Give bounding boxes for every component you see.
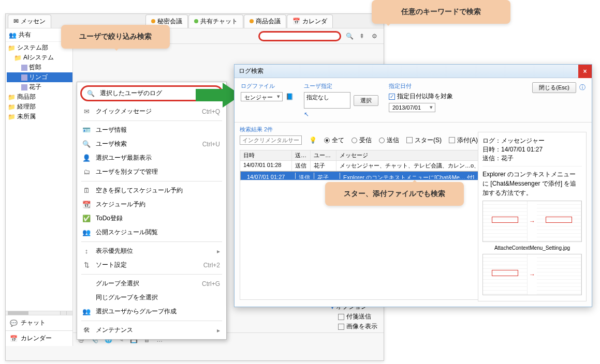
card-icon: 🪪 <box>82 126 91 134</box>
search-input[interactable] <box>258 31 341 41</box>
date-select[interactable]: 2013/07/01 <box>389 103 435 112</box>
menu-user-search[interactable]: 🔍ユーザ検索Ctrl+U <box>77 137 226 151</box>
menu-make-group[interactable]: 👥選択ユーザからグループ作成 <box>77 305 226 318</box>
logfile-select[interactable]: センジャー <box>241 92 283 101</box>
menu-label: クイックメッセージ <box>96 107 197 116</box>
calendar-icon: 📅 <box>292 18 300 25</box>
menu-recent[interactable]: 👤選択ユーザ最新表示 <box>77 151 226 165</box>
close-button[interactable]: × <box>578 65 592 78</box>
checkbox-icon[interactable] <box>406 137 413 143</box>
arrow-icon: → <box>528 218 537 225</box>
avatar-icon <box>21 84 27 90</box>
bulb-icon[interactable]: 💡 <box>309 136 317 144</box>
date-after-checkbox[interactable]: 指定日付以降を対象 <box>389 92 453 101</box>
arrow-icon: → <box>528 271 537 278</box>
menu-sel-group[interactable]: グループ全選択Ctrl+G <box>77 277 226 291</box>
sidebar-calendar[interactable]: 📅カレンダー <box>6 330 72 346</box>
tab-shared-chat[interactable]: 共有チャット <box>188 14 243 28</box>
menu-todo[interactable]: ✅ToDo登録 <box>77 211 226 225</box>
dot-icon <box>194 19 198 23</box>
menu-tab-manage[interactable]: 🗂ユーザを別タブで管理 <box>77 165 226 179</box>
radio-label: 受信 <box>359 136 372 145</box>
shortcut: Ctrl+U <box>202 141 220 148</box>
thumbnail-1[interactable]: → <box>482 201 582 242</box>
radio-all[interactable]: 全て <box>324 136 344 145</box>
check-attach[interactable]: 添付(A) <box>449 136 478 145</box>
book-icon[interactable]: 📘 <box>286 93 294 100</box>
cell-date: 14/07/01 01:28 <box>240 161 292 171</box>
menu-label: 表示優先順位 <box>96 247 212 255</box>
check-star[interactable]: スター(S) <box>406 136 442 145</box>
checkbox-icon[interactable] <box>338 314 344 320</box>
shortcut: Ctrl+Q <box>202 108 220 115</box>
tree-label: 商品部 <box>17 93 36 101</box>
dot-icon <box>151 19 155 23</box>
tree-node-product[interactable]: 商品部 <box>7 92 72 102</box>
select-user-button[interactable]: 選択 <box>354 95 378 106</box>
detail-datetime: 日時：14/07/01 01:27 <box>482 145 582 154</box>
col-date[interactable]: 日時 <box>240 150 292 160</box>
sidebar-hscroll[interactable] <box>6 311 72 315</box>
tree-label: 哲郎 <box>29 63 41 72</box>
opt-image[interactable]: 画像を表示 <box>331 322 377 331</box>
separator <box>81 321 222 321</box>
menu-label: 同じグループを全選択 <box>96 293 220 302</box>
col-sr[interactable]: 送/受 <box>292 150 311 160</box>
incremental-search-input[interactable] <box>240 135 302 145</box>
tab-product[interactable]: 商品会議 <box>244 14 286 28</box>
userspec-text: 指定なし <box>304 92 350 109</box>
folder-icon <box>8 103 16 111</box>
tree-node-accounting[interactable]: 経理部 <box>7 102 72 112</box>
folder-icon <box>8 94 16 101</box>
calendar-icon: 📅 <box>10 335 18 342</box>
field-label: ユーザ指定 <box>304 82 378 90</box>
menu-maintenance[interactable]: 🛠メンテナンス <box>77 323 226 337</box>
close-esc-button[interactable]: 閉じる(Esc) <box>532 82 576 93</box>
checkbox-icon[interactable] <box>389 94 395 100</box>
menu-pub-sched[interactable]: 👥公開スケジュール閲覧 <box>77 225 226 239</box>
opt-fusen[interactable]: 付箋送信 <box>331 312 377 322</box>
tab-label: 秘密会議 <box>157 17 182 26</box>
tab-calendar[interactable]: 📅カレンダ <box>287 14 333 28</box>
tree-label: 未所属 <box>17 112 36 121</box>
col-user[interactable]: ユーザ名 <box>311 150 336 160</box>
user-tree[interactable]: システム部 AIシステム 哲郎 リンゴ 花子 商品部 経理部 未所属 <box>6 42 72 311</box>
tree-node-unassigned[interactable]: 未所属 <box>7 112 72 122</box>
tree-node-tetsuro[interactable]: 哲郎 <box>7 63 72 72</box>
tabs-icon: 🗂 <box>82 168 91 176</box>
sidebar-chat[interactable]: 💬チャット <box>6 315 72 330</box>
people-icon: 👥 <box>82 229 91 236</box>
tree-node-ai[interactable]: AIシステム <box>7 53 72 63</box>
separator <box>81 181 222 181</box>
thumbnail-2[interactable]: → <box>482 254 582 295</box>
bolt-icon: ✉ <box>82 108 91 115</box>
radio-send[interactable]: 送信 <box>379 136 399 145</box>
tree-label: AIシステム <box>23 53 54 62</box>
menu-same-group[interactable]: 同じグループを全選択 <box>77 291 226 305</box>
menu-user-info[interactable]: 🪪ユーザ情報 <box>77 123 226 137</box>
search-icon[interactable]: 🔍 <box>345 33 354 40</box>
gear-icon[interactable]: ⚙ <box>370 33 378 40</box>
checkbox-icon[interactable] <box>338 324 344 330</box>
menu-priority[interactable]: ↕表示優先順位 <box>77 244 226 258</box>
menu-sort[interactable]: ⇅ソート設定Ctrl+2 <box>77 258 226 272</box>
separator <box>81 274 222 275</box>
tree-node-ringo[interactable]: リンゴ <box>7 72 72 82</box>
radio-icon <box>352 138 357 143</box>
radio-recv[interactable]: 受信 <box>352 136 372 145</box>
menu-label: グループ全選択 <box>96 279 197 288</box>
tree-node-hanako[interactable]: 花子 <box>7 82 72 92</box>
scroll-top-icon[interactable]: ⇞ <box>358 33 366 40</box>
menu-label: ユーザを別タブで管理 <box>96 168 220 176</box>
search-icon: 🔍 <box>87 90 95 97</box>
tab-messenger[interactable]: ✉メッセン <box>8 14 51 28</box>
checkbox-icon[interactable] <box>449 137 455 143</box>
submenu-arrow-icon <box>217 327 220 334</box>
radio-label: 送信 <box>387 136 399 145</box>
menu-free-sched[interactable]: 🗓空きを探してスケジュール予約 <box>77 184 226 198</box>
menu-sched[interactable]: 📆スケジュール予約 <box>77 198 226 211</box>
help-icon[interactable]: ⓘ <box>579 83 586 92</box>
detail-body: Explorer のコンテキストメニューに [Chat&Messenger で添… <box>482 170 582 198</box>
dialog-titlebar[interactable]: ログ検索 × <box>235 65 592 78</box>
radio-icon <box>379 138 385 143</box>
